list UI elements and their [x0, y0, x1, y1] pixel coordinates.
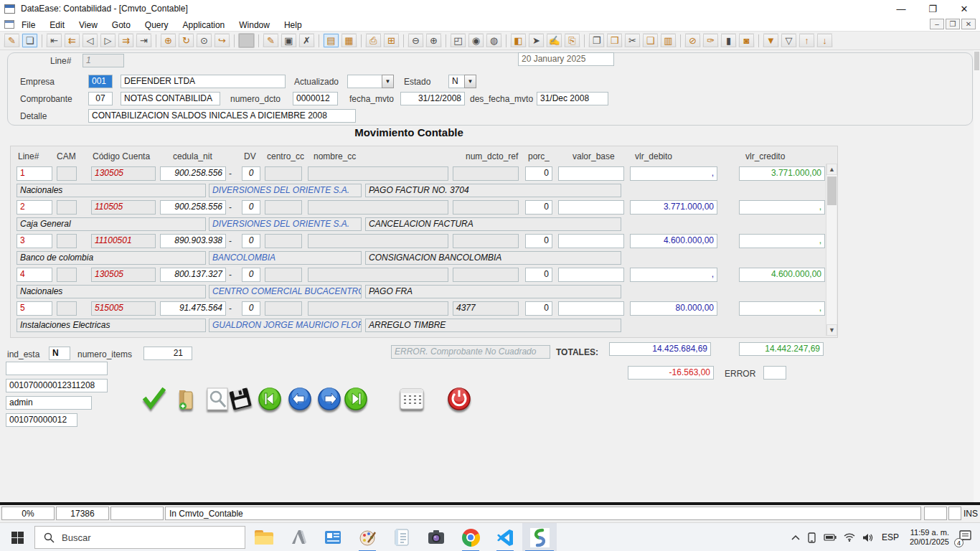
folder-add-icon[interactable] [174, 386, 199, 412]
current-date-field[interactable]: 20 January 2025 [518, 52, 614, 66]
vlr-credito-cell[interactable]: 4.600.000,00 [739, 268, 825, 282]
tray-wifi-icon[interactable] [844, 533, 855, 542]
ind-esta-field[interactable]: N [49, 347, 70, 360]
codigo-cuenta-cell[interactable]: 130505 [91, 166, 156, 181]
table-row[interactable]: 1 130505 900.258.556 - 0 0 , 3.771.000,0… [11, 165, 826, 199]
prev-blue-icon[interactable] [287, 386, 313, 412]
line-field[interactable]: 1 [83, 54, 124, 67]
dv-cell[interactable]: 0 [242, 166, 260, 181]
cedula-nit-cell[interactable]: 900.258.556 [160, 166, 226, 181]
copy-special-icon[interactable]: ❒ [606, 33, 623, 48]
cedula-nit-cell[interactable]: 91.475.564 [160, 301, 226, 316]
valor-base-cell[interactable] [558, 166, 624, 181]
pencil-icon[interactable]: ✎ [4, 33, 20, 48]
field-tool-icon[interactable]: ◧ [510, 33, 527, 48]
valor-base-cell[interactable] [558, 200, 624, 215]
next-record-icon[interactable]: ▷ [100, 33, 116, 48]
lambda-app-icon[interactable] [281, 523, 316, 551]
write-document-icon[interactable]: ✍ [546, 33, 562, 48]
sort-asc-icon[interactable]: ↑ [798, 33, 815, 48]
modify-record-icon[interactable]: ✎ [263, 33, 279, 48]
menu-window[interactable]: Window [232, 20, 277, 30]
vlr-debito-cell[interactable]: , [630, 166, 717, 181]
quick-report-icon[interactable]: ⊞ [383, 33, 400, 48]
num-dcto-ref-cell[interactable]: 4377 [453, 301, 519, 316]
documento-field[interactable]: 001070000012 [6, 413, 77, 427]
numero-items-field[interactable]: 21 [143, 347, 192, 360]
vlr-credito-cell[interactable]: , [739, 200, 825, 215]
last-green-icon[interactable] [343, 386, 369, 412]
vlr-debito-cell[interactable]: , [630, 268, 717, 282]
vscode-icon[interactable] [488, 523, 522, 551]
taskbar-search-input[interactable]: Buscar [34, 526, 245, 549]
cedula-nit-cell[interactable]: 900.258.556 [160, 200, 226, 215]
table-row[interactable]: 2 110505 900.258.556 - 0 0 3.771.000,00 … [11, 199, 826, 232]
comprobante-name-field[interactable]: NOTAS CONTABILIDA [121, 92, 220, 105]
paste-icon[interactable]: ▥ [660, 33, 677, 48]
usuario-field[interactable]: admin [6, 396, 92, 410]
notification-icon[interactable]: 4 [959, 530, 971, 545]
mdi-close-button[interactable]: ✕ [961, 19, 976, 29]
zoom-actual-icon[interactable]: ◉ [468, 33, 484, 48]
porc-cell[interactable]: 0 [525, 200, 552, 215]
save-mini-icon[interactable]: ◙ [738, 33, 755, 48]
start-button[interactable] [0, 523, 34, 551]
window-scroll-thumb[interactable] [974, 52, 979, 70]
find-record-icon[interactable]: ⊕ [160, 33, 176, 48]
centro-cc-cell[interactable] [265, 234, 302, 248]
centro-cc-cell[interactable] [265, 166, 302, 181]
menu-query[interactable]: Query [138, 20, 176, 30]
comprobante-code-field[interactable]: 07 [88, 92, 113, 105]
nombre-cc-cell[interactable] [308, 301, 448, 316]
codigo-cuenta-cell[interactable]: 130505 [91, 268, 156, 282]
cut-icon[interactable]: ✂ [624, 33, 641, 48]
check-icon[interactable] [141, 386, 166, 412]
tray-language[interactable]: ESP [882, 532, 899, 542]
vlr-credito-cell[interactable]: , [739, 301, 825, 316]
first-green-icon[interactable] [257, 386, 283, 412]
numero-dcto-field[interactable]: 0000012 [293, 92, 338, 105]
zoom-percent-icon[interactable]: ◍ [486, 33, 502, 48]
goto-record-icon[interactable]: ↪ [214, 33, 230, 48]
menu-edit[interactable]: Edit [42, 20, 72, 30]
fecha-mvto-field[interactable]: 31/12/2008 [400, 92, 465, 105]
consecutivo-field[interactable]: 001070000012311208 [6, 379, 108, 392]
codigo-cuenta-cell[interactable]: 515005 [91, 301, 156, 316]
zoom-in-icon[interactable]: ⊕ [425, 33, 442, 48]
filter-define-icon[interactable]: ▽ [781, 33, 797, 48]
tray-clock[interactable]: 11:59 a. m. 20/01/2025 [910, 528, 949, 547]
line-number-cell[interactable]: 1 [17, 166, 52, 181]
porc-cell[interactable]: 0 [525, 268, 552, 282]
menu-goto[interactable]: Goto [105, 20, 138, 30]
centro-cc-cell[interactable] [265, 301, 302, 316]
mdi-restore-button[interactable]: ❐ [946, 19, 960, 29]
empresa-name-field[interactable]: DEFENDER LTDA [121, 75, 286, 88]
scroll-thumb[interactable] [827, 176, 837, 205]
first-record-icon[interactable]: ⇤ [46, 33, 62, 48]
zoom-out-icon[interactable]: ⊖ [407, 33, 424, 48]
valor-base-cell[interactable] [558, 301, 624, 316]
file-explorer-icon[interactable] [247, 523, 281, 551]
cam-cell[interactable] [57, 268, 77, 282]
last-record-icon[interactable]: ⇥ [136, 33, 152, 48]
filter-icon[interactable]: ▼ [763, 33, 779, 48]
actualizado-field[interactable] [347, 75, 382, 88]
scroll-down-icon[interactable]: ▼ [826, 324, 837, 336]
nombre-cc-cell[interactable] [308, 234, 448, 248]
detalle-field[interactable]: CONTABILIZACION SALDOS INICALES A DICIEM… [88, 109, 356, 123]
calendar-icon[interactable] [399, 386, 425, 412]
estado-field[interactable]: N [448, 75, 465, 88]
menu-view[interactable]: View [72, 20, 105, 30]
restore-button[interactable]: ❐ [917, 0, 948, 17]
error-flag-field[interactable] [763, 366, 786, 380]
dv-cell[interactable]: 0 [242, 301, 260, 316]
porc-cell[interactable]: 0 [525, 166, 552, 181]
nombre-cc-cell[interactable] [308, 200, 448, 215]
centro-cc-cell[interactable] [265, 268, 302, 282]
paint-icon[interactable] [350, 523, 385, 551]
des-fecha-mvto-field[interactable]: 31/Dec 2008 [537, 92, 608, 105]
dv-cell[interactable]: 0 [242, 234, 260, 248]
vlr-credito-cell[interactable]: 3.771.000,00 [739, 166, 825, 181]
form-view-icon[interactable]: ▤ [323, 33, 339, 48]
lock-icon[interactable]: ▮ [720, 33, 737, 48]
